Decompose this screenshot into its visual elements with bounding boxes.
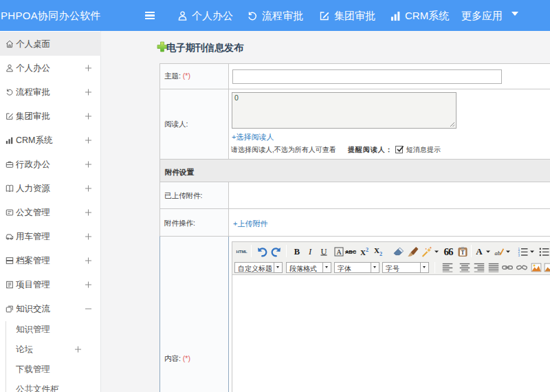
svg-text:T: T xyxy=(461,250,465,256)
svg-text:3: 3 xyxy=(518,254,520,257)
svg-text:ab: ab xyxy=(494,249,500,256)
